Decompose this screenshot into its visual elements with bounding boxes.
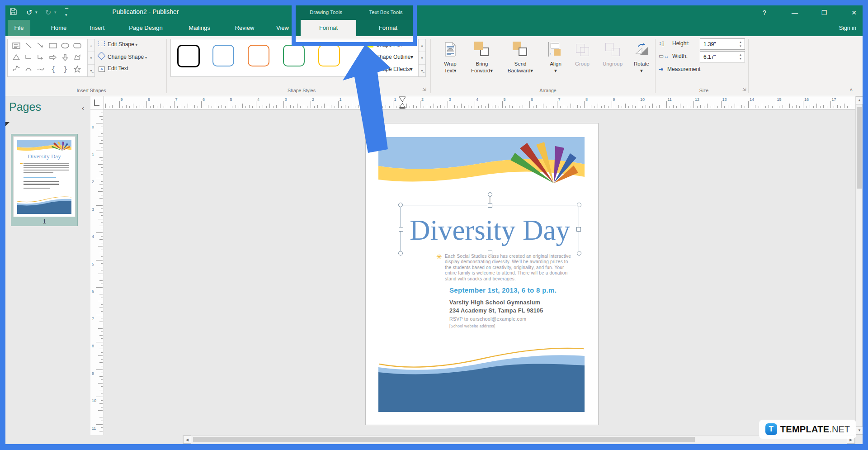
shape-tool-curve-icon[interactable]	[34, 63, 47, 75]
shape-tool-text-box-icon[interactable]	[10, 40, 22, 52]
customize-quick-access-icon[interactable]: ▔▾	[65, 8, 68, 17]
edit-shape-button[interactable]: Edit Shape▾	[99, 41, 137, 47]
flyer-venue[interactable]: Varsity High School Gymnasium	[449, 299, 540, 306]
page-thumbnail[interactable]: Diversity Day 1	[11, 134, 78, 226]
tab-home[interactable]: Home	[43, 20, 75, 36]
shape-tool-rectangle-icon[interactable]	[47, 40, 59, 52]
minimize-button[interactable]: —	[788, 6, 802, 19]
tab-drawing-tools-format[interactable]: Format	[301, 20, 356, 36]
flyer-rsvp[interactable]: RSVP to ourschool@example.com	[449, 316, 526, 322]
close-button[interactable]: ✕	[847, 6, 861, 19]
shape-tool-freeform-icon[interactable]	[71, 52, 83, 63]
save-icon[interactable]	[10, 7, 17, 18]
shape-tool-block-arrow-right-icon[interactable]	[47, 52, 59, 63]
shape-tool-line-icon[interactable]	[22, 40, 34, 52]
sign-in-link[interactable]: Sign in	[839, 20, 856, 36]
rotate-button[interactable]: Rotate▾	[629, 38, 654, 74]
gallery-scroll-down-icon[interactable]: ▼	[88, 52, 94, 65]
title-text-box[interactable]: Diversity Day	[401, 205, 579, 253]
vertical-scrollbar[interactable]: ▲ ▼	[855, 96, 863, 435]
tab-page-design[interactable]: Page Design	[120, 20, 172, 36]
ribbon: { } ▲ ▼ ▼̲ Edit Shape▾ Change Shape▾ AEd…	[5, 36, 863, 96]
height-input[interactable]: 1.39" ▲ ▼	[700, 38, 745, 50]
shape-outline-button[interactable]: Shape Outline▾	[367, 54, 413, 60]
tab-view[interactable]: View	[269, 20, 296, 36]
collapse-ribbon-icon[interactable]: ˄	[850, 87, 853, 92]
shape-tool-oval-icon[interactable]	[59, 40, 71, 52]
send-backward-button[interactable]: SendBackward▾	[503, 38, 538, 74]
scroll-down-icon[interactable]: ▼	[856, 426, 863, 435]
width-input[interactable]: 6.17" ▲ ▼	[700, 51, 745, 62]
shape-style-green-outline[interactable]	[283, 45, 305, 66]
shape-fill-button[interactable]: Shape Fill▾	[367, 42, 403, 48]
shape-tool-elbow-icon[interactable]	[22, 52, 34, 63]
tab-insert[interactable]: Insert	[79, 20, 115, 36]
resize-handle-e[interactable]	[576, 227, 581, 232]
shape-tool-brace-right-icon[interactable]: }	[59, 63, 71, 75]
shape-tool-brace-left-icon[interactable]: {	[47, 63, 59, 75]
publication-page[interactable]: Diversity Day ✳ Each Social Studies clas…	[365, 123, 599, 425]
height-spin-up-icon[interactable]: ▲	[738, 41, 743, 43]
shape-tool-star-icon[interactable]	[71, 63, 83, 75]
edit-text-button[interactable]: AEdit Text	[99, 65, 128, 72]
restore-button[interactable]: ❐	[817, 6, 831, 19]
shape-style-black-outline[interactable]	[177, 45, 200, 67]
shape-tool-scribble-icon[interactable]	[10, 63, 22, 75]
resize-handle-n[interactable]	[488, 203, 492, 208]
ruler-origin-box[interactable]	[90, 96, 104, 109]
shape-style-blue-outline[interactable]	[212, 45, 234, 66]
style-scroll-up-icon[interactable]: ▲	[419, 39, 425, 52]
collapse-pages-panel-icon[interactable]: ‹	[82, 104, 84, 112]
flyer-date-line[interactable]: September 1st, 2013, 6 to 8 p.m.	[449, 286, 557, 294]
shape-tool-arc-icon[interactable]	[22, 63, 34, 75]
shape-tool-rounded-rectangle-icon[interactable]	[71, 40, 83, 52]
width-spin-up-icon[interactable]: ▲	[738, 53, 743, 56]
width-spin-down-icon[interactable]: ▼	[738, 57, 743, 60]
gallery-more-icon[interactable]: ▼̲	[88, 65, 94, 77]
style-scroll-down-icon[interactable]: ▼	[419, 52, 425, 65]
height-spin-down-icon[interactable]: ▼	[738, 45, 743, 47]
redo-dropdown-icon[interactable]: ▾	[54, 10, 57, 14]
measurement-button[interactable]: ⇥Measurement	[659, 66, 700, 72]
help-button[interactable]: ?	[758, 6, 771, 19]
gallery-scroll-up-icon[interactable]: ▲	[88, 39, 94, 52]
flyer-website[interactable]: [School website address]	[449, 324, 495, 328]
flyer-body-text[interactable]: Each Social Studies class has created an…	[445, 254, 585, 282]
scroll-left-icon[interactable]: ◀	[183, 436, 191, 444]
shape-tool-triangle-icon[interactable]	[10, 52, 22, 63]
horizontal-scrollbar[interactable]: ◀ ▶	[183, 435, 855, 444]
tab-text-box-tools-format[interactable]: Format	[363, 20, 414, 36]
resize-handle-nw[interactable]	[398, 203, 403, 207]
bring-forward-button[interactable]: BringForward▾	[467, 38, 497, 74]
shape-style-gold-outline[interactable]	[318, 45, 340, 66]
tab-mailings[interactable]: Mailings	[181, 20, 218, 36]
shape-effects-button[interactable]: Shape Effects▾	[367, 66, 413, 72]
shape-tool-arrow-icon[interactable]	[34, 40, 47, 52]
horizontal-scroll-thumb[interactable]	[193, 437, 695, 442]
horizontal-ruler[interactable]: 98765432101234567891011121314151617	[104, 96, 855, 109]
tab-file[interactable]: File	[8, 20, 30, 36]
undo-button[interactable]: ↺	[26, 7, 32, 18]
change-shape-button[interactable]: Change Shape▾	[99, 53, 147, 60]
scroll-up-icon[interactable]: ▲	[856, 96, 863, 104]
shape-style-orange-outline[interactable]	[248, 45, 269, 66]
ruler-tick	[471, 106, 472, 108]
flyer-address[interactable]: 234 Academy St, Tampa FL 98105	[449, 308, 543, 314]
ruler-tick	[604, 105, 605, 108]
redo-button[interactable]: ↻	[45, 7, 51, 18]
resize-handle-ne[interactable]	[577, 203, 581, 207]
shape-styles-dialog-launcher-icon[interactable]: ⇲	[422, 87, 426, 92]
align-button[interactable]: ← Align▾	[543, 38, 568, 74]
tab-review[interactable]: Review	[225, 20, 264, 36]
size-dialog-launcher-icon[interactable]: ⇲	[742, 87, 746, 92]
resize-handle-sw[interactable]	[398, 251, 403, 256]
shape-tool-elbow-arrow-icon[interactable]	[34, 52, 47, 63]
vertical-scroll-thumb[interactable]	[857, 107, 862, 189]
shape-tool-block-arrow-down-icon[interactable]	[59, 52, 71, 63]
resize-handle-w[interactable]	[399, 227, 403, 232]
vertical-ruler[interactable]: 01234567891011	[90, 109, 104, 435]
wrap-text-button[interactable]: WrapText▾	[436, 38, 465, 74]
undo-dropdown-icon[interactable]: ▾	[35, 10, 38, 14]
rotation-handle[interactable]	[488, 192, 492, 197]
style-more-icon[interactable]: ▼̲	[419, 65, 425, 77]
